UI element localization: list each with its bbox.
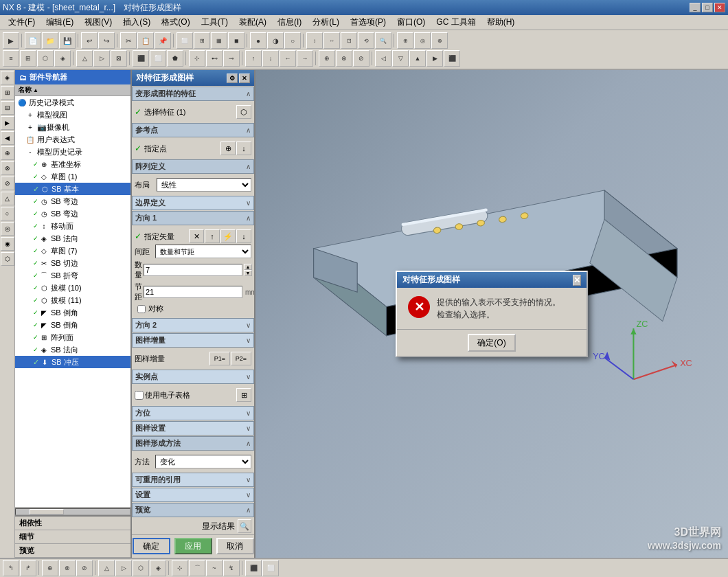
tb-r9[interactable]: ⬜ — [150, 50, 166, 67]
vector-btn-4[interactable]: ↓ — [236, 229, 251, 243]
tb-r6[interactable]: ▷ — [93, 50, 110, 67]
preview-bottom-section[interactable]: 预览 — [15, 544, 130, 558]
menu-assembly[interactable]: 装配(A) — [234, 15, 272, 30]
count-up[interactable]: ▲ — [244, 264, 252, 270]
tb-view1[interactable]: ↕ — [306, 32, 323, 49]
array-section-header[interactable]: 阵列定义 ∧ — [132, 159, 254, 174]
tree-item-sketch7[interactable]: ✓ ◇ 草图 (7) — [15, 245, 130, 257]
tb-cut[interactable]: ✂ — [120, 32, 137, 49]
point-btn-2[interactable]: ↓ — [236, 142, 251, 155]
menu-preferences[interactable]: 首选项(P) — [345, 15, 391, 30]
tree-item-sb-chamfer2[interactable]: ✓ ◤ SB 倒角 — [15, 319, 130, 331]
btb-11[interactable]: ⌒ — [189, 560, 205, 576]
btb-7[interactable]: ▷ — [115, 560, 132, 576]
tree-item-sb-bend2[interactable]: ✓ ◷ SB 弯边 — [15, 207, 130, 220]
tb-rotate[interactable]: ⟲ — [358, 32, 374, 49]
tb-r2[interactable]: ⊞ — [20, 50, 36, 67]
btb-6[interactable]: △ — [98, 560, 115, 576]
side-icon-6[interactable]: ⊕ — [1, 146, 14, 160]
tree-item-camera[interactable]: + 📷摄像机 — [15, 121, 130, 133]
method-select[interactable]: 变化 — [155, 455, 251, 468]
tb-view2[interactable]: ↔ — [323, 32, 340, 49]
tb-snap1[interactable]: ⊕ — [397, 32, 413, 49]
tree-item-sb-normal2[interactable]: ✓ ◈ SB 法向 — [15, 343, 130, 356]
point-btn-1[interactable]: ⊕ — [220, 142, 236, 155]
tb-box3[interactable]: ▦ — [211, 32, 227, 49]
layout-select[interactable]: 线性 — [157, 178, 251, 192]
btb-3[interactable]: ⊕ — [42, 560, 58, 576]
tb-r3[interactable]: ⬡ — [37, 50, 54, 67]
menu-file[interactable]: 文件(F) — [3, 15, 41, 30]
side-icon-7[interactable]: ⊗ — [1, 161, 14, 175]
tb-r10[interactable]: ⬟ — [167, 50, 183, 67]
tb-paste[interactable]: 📌 — [155, 32, 171, 49]
tb-r21[interactable]: ◁ — [375, 50, 391, 67]
pattern-method-header[interactable]: 图样形成方法 ∧ — [132, 436, 254, 451]
spreadsheet-checkbox[interactable] — [135, 391, 144, 400]
side-icon-2[interactable]: ⊞ — [1, 86, 14, 100]
tb-undo[interactable]: ↩ — [81, 32, 98, 49]
dependency-section[interactable]: 相依性 — [15, 517, 130, 530]
menu-gc-tools[interactable]: GC 工具箱 — [431, 15, 481, 30]
vector-btn-3[interactable]: ⚡ — [220, 229, 236, 243]
symmetric-checkbox[interactable] — [137, 305, 146, 313]
tree-item-sb-normal1[interactable]: ✓ ◈ SB 法向 — [15, 232, 130, 245]
btb-13[interactable]: ↯ — [223, 560, 240, 576]
tb-r17[interactable]: → — [297, 50, 313, 67]
p2-btn[interactable]: P2= — [231, 352, 251, 365]
tb-r7[interactable]: ⊠ — [111, 50, 127, 67]
tb-redo[interactable]: ↪ — [98, 32, 115, 49]
tb-r14[interactable]: ↑ — [245, 50, 262, 67]
btb-1[interactable]: ↰ — [3, 560, 19, 576]
nav-hscrollbar[interactable] — [15, 507, 130, 515]
preview-search-btn[interactable]: 🔍 — [238, 519, 251, 533]
dialog-close-btn[interactable]: ✕ — [239, 73, 250, 83]
cancel-btn[interactable]: 取消 — [216, 538, 254, 554]
boundary-header[interactable]: 边界定义 ∨ — [132, 196, 254, 210]
close-btn[interactable]: ✕ — [714, 3, 725, 12]
dir2-header[interactable]: 方向 2 ∨ — [132, 318, 254, 332]
detail-section[interactable]: 细节 — [15, 530, 130, 544]
tree-item-move-face[interactable]: ✓ ↕ 移动面 — [15, 220, 130, 232]
p1-btn[interactable]: P1= — [209, 352, 230, 365]
menu-info[interactable]: 信息(I) — [272, 15, 307, 30]
pattern-settings-header[interactable]: 图样设置 ∨ — [132, 421, 254, 435]
tb-zoom[interactable]: 🔍 — [375, 32, 391, 49]
tb-r23[interactable]: ▲ — [409, 50, 426, 67]
tb-r19[interactable]: ⊗ — [336, 50, 352, 67]
tree-item-sb-fold[interactable]: ✓ ⌒ SB 折弯 — [15, 269, 130, 282]
tb-r24[interactable]: ▶ — [426, 50, 443, 67]
modal-close-btn[interactable]: ✕ — [573, 275, 581, 286]
side-icon-13[interactable]: ⬡ — [1, 252, 14, 266]
tb-box1[interactable]: ⬜ — [177, 32, 193, 49]
dir1-header[interactable]: 方向 1 ∧ — [132, 211, 254, 225]
tb-r22[interactable]: ▽ — [392, 50, 409, 67]
tb-box2[interactable]: ⊞ — [194, 32, 210, 49]
btb-5[interactable]: ⊘ — [76, 560, 93, 576]
tb-r20[interactable]: ⊘ — [353, 50, 369, 67]
tree-item-model-view[interactable]: + 模型视图 — [15, 109, 130, 121]
tb-r13[interactable]: ⊸ — [223, 50, 240, 67]
tree-item-sb-basic[interactable]: ✓ ⬡ SB 基本 — [15, 183, 130, 195]
tb-shading[interactable]: ● — [250, 32, 266, 49]
btb-4[interactable]: ⊗ — [59, 560, 76, 576]
side-icon-12[interactable]: ◉ — [1, 237, 14, 251]
tb-r12[interactable]: ⊷ — [206, 50, 223, 67]
minimize-btn[interactable]: _ — [690, 3, 701, 12]
count-input[interactable] — [144, 264, 242, 276]
tree-item-sb-chamfer1[interactable]: ✓ ◤ SB 倒角 — [15, 306, 130, 319]
menu-view[interactable]: 视图(V) — [79, 15, 117, 30]
instance-header[interactable]: 实例点 ∨ — [132, 370, 254, 384]
menu-edit[interactable]: 编辑(E) — [41, 15, 79, 30]
tree-item-sb-punch[interactable]: ✓ ⬇ SB 冲压 — [15, 356, 130, 368]
side-icon-10[interactable]: ○ — [1, 207, 14, 220]
ref-point-header[interactable]: 参考点 ∧ — [132, 123, 254, 137]
pitch-input[interactable] — [144, 286, 242, 298]
btb-15[interactable]: ⬜ — [262, 560, 279, 576]
orientation-header[interactable]: 方位 ∨ — [132, 406, 254, 420]
menu-tools[interactable]: 工具(T) — [196, 15, 234, 30]
tree-item-sb-trim[interactable]: ✓ ✂ SB 切边 — [15, 257, 130, 269]
menu-help[interactable]: 帮助(H) — [481, 15, 521, 30]
menu-window[interactable]: 窗口(O) — [391, 15, 431, 30]
tree-item-draft1[interactable]: ✓ ⬡ 拔模 (10) — [15, 282, 130, 294]
